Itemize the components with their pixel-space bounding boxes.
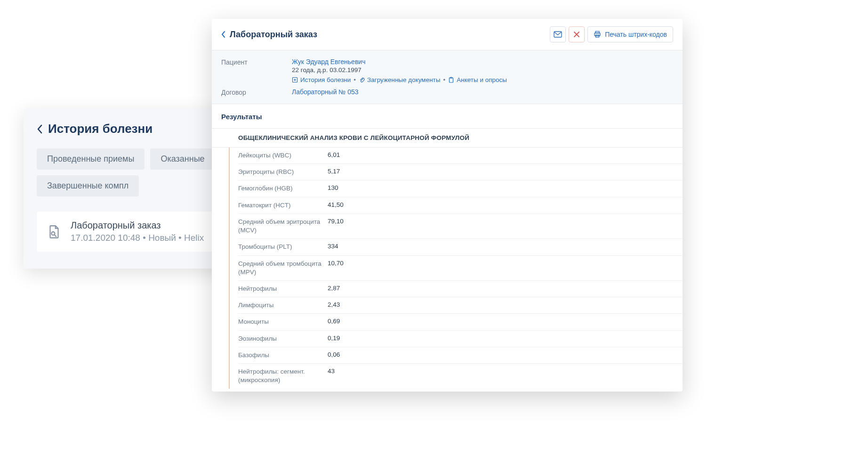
result-value: 130: [328, 184, 338, 191]
mail-icon: [554, 31, 562, 38]
result-row: Тромбоциты (PLT)334: [238, 239, 683, 255]
result-row: Моноциты0,69: [238, 314, 683, 330]
contract-link[interactable]: Лабораторный № 053: [292, 88, 359, 96]
clipboard-icon: [448, 77, 454, 83]
result-name: Нейтрофилы: [238, 285, 328, 293]
result-row: Базофилы0,06: [238, 347, 683, 364]
result-name: Средний объем эритроцита (MCV): [238, 218, 328, 235]
svg-rect-3: [595, 33, 600, 36]
lab-order-panel: Лабораторный заказ Печать штрих-кодов: [212, 19, 683, 392]
order-meta: 17.01.2020 10:48 • Новый • Helix: [71, 233, 204, 243]
result-row: Лейкоциты (WBC)6,01: [238, 147, 683, 164]
printer-icon: [594, 31, 601, 38]
result-value: 0,06: [328, 351, 340, 358]
result-name: Тромбоциты (PLT): [238, 243, 328, 251]
result-name: Эозинофилы: [238, 335, 328, 343]
info-section: Пациент Жук Эдуард Евгеньевич 22 года, д…: [212, 50, 683, 104]
result-name: Средний объем тромбоцита (MPV): [238, 260, 328, 277]
result-name: Гематокрит (HCT): [238, 201, 328, 210]
result-row: Эритроциты (RBC)5,17: [238, 164, 683, 180]
separator: •: [443, 76, 446, 83]
result-name: Нейтрофилы: сегмент. (микроскопия): [238, 368, 328, 384]
contract-label: Договор: [221, 88, 292, 96]
mail-button[interactable]: [550, 26, 566, 42]
result-row: Лимфоциты2,43: [238, 297, 683, 314]
result-row: Эозинофилы0,19: [238, 331, 683, 347]
print-barcodes-label: Печать штрих-кодов: [605, 31, 667, 38]
patient-label: Пациент: [221, 58, 292, 83]
lab-order-icon: [46, 224, 62, 240]
tab-provided[interactable]: Оказанные: [150, 148, 215, 170]
result-value: 0,19: [328, 335, 340, 342]
result-value: 334: [328, 243, 338, 250]
results-section: Результаты ОБЩЕКЛИНИЧЕСКИЙ АНАЛИЗ КРОВИ …: [212, 104, 683, 392]
result-value: 2,87: [328, 285, 340, 292]
result-value: 41,50: [328, 201, 344, 208]
result-value: 5,17: [328, 168, 340, 175]
chevron-left-icon: [221, 31, 226, 38]
results-heading: Результаты: [212, 113, 683, 128]
result-name: Моноциты: [238, 318, 328, 326]
result-name: Базофилы: [238, 351, 328, 360]
result-name: Лейкоциты (WBC): [238, 151, 328, 160]
result-row: Нейтрофилы2,87: [238, 281, 683, 297]
result-value: 43: [328, 368, 335, 375]
result-row: Средний объем тромбоцита (MPV)10,70: [238, 256, 683, 281]
results-body: Лейкоциты (WBC)6,01Эритроциты (RBC)5,17Г…: [212, 147, 683, 392]
attachment-icon: [359, 77, 365, 83]
history-link[interactable]: История болезни: [292, 76, 351, 83]
documents-link[interactable]: Загруженные документы: [359, 76, 440, 83]
history-icon: [292, 77, 298, 83]
result-value: 6,01: [328, 151, 340, 158]
patient-age: 22 года, д.р. 03.02.1997: [292, 66, 507, 74]
chevron-left-icon: [37, 124, 43, 134]
result-name: Лимфоциты: [238, 301, 328, 310]
panel-header: Лабораторный заказ Печать штрих-кодов: [212, 19, 683, 50]
print-barcodes-button[interactable]: Печать штрих-кодов: [587, 26, 673, 42]
result-value: 2,43: [328, 301, 340, 308]
result-row: Средний объем эритроцита (MCV)79,10: [238, 214, 683, 239]
result-value: 79,10: [328, 218, 344, 225]
result-name: Гемоглобин (HGB): [238, 184, 328, 193]
result-row: Гемоглобин (HGB)130: [238, 180, 683, 197]
history-title: История болезни: [48, 122, 153, 136]
separator: •: [354, 76, 356, 83]
surveys-link[interactable]: Анкеты и опросы: [448, 76, 507, 83]
back-link[interactable]: Лабораторный заказ: [221, 30, 317, 40]
close-button[interactable]: [569, 26, 585, 42]
results-group-title: ОБЩЕКЛИНИЧЕСКИЙ АНАЛИЗ КРОВИ С ЛЕЙКОЦИТА…: [212, 128, 683, 147]
result-value: 0,69: [328, 318, 340, 325]
result-value: 10,70: [328, 260, 344, 267]
order-title: Лабораторный заказ: [71, 220, 204, 231]
result-row: Нейтрофилы: сегмент. (микроскопия)43: [238, 364, 683, 388]
result-row: Гематокрит (HCT)41,50: [238, 197, 683, 214]
patient-name-link[interactable]: Жук Эдуард Евгеньевич: [292, 58, 365, 65]
tab-appointments[interactable]: Проведенные приемы: [37, 148, 145, 170]
panel-title: Лабораторный заказ: [230, 30, 317, 40]
tab-complexes[interactable]: Завершенные компл: [37, 175, 139, 196]
close-icon: [573, 31, 580, 38]
result-name: Эритроциты (RBC): [238, 168, 328, 176]
